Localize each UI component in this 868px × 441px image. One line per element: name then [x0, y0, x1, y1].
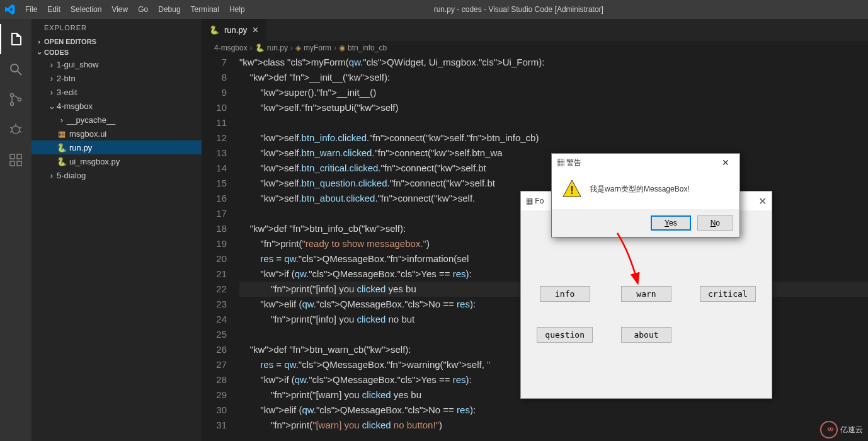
- tab-run-py[interactable]: 🐍 run.py ✕: [202, 19, 267, 41]
- open-editors-label: OPEN EDITORS: [44, 38, 96, 45]
- folder-4-msgbox[interactable]: ⌄4-msgbox: [31, 99, 202, 113]
- python-file-icon: 🐍: [57, 157, 67, 166]
- explorer-sidebar: EXPLORER ›OPEN EDITORS ⌄CODES ›1-gui_sho…: [31, 19, 202, 441]
- breadcrumb-item[interactable]: run.py: [267, 43, 288, 52]
- menu-edit[interactable]: Edit: [42, 5, 66, 14]
- warning-icon: !: [562, 179, 582, 199]
- python-file-icon: 🐍: [209, 25, 219, 35]
- svg-rect-11: [10, 154, 14, 159]
- line-gutter: 7891011121314151617181920212223242526272…: [202, 55, 239, 441]
- svg-point-2: [11, 94, 14, 97]
- vscode-logo-icon: [5, 4, 15, 14]
- svg-text:!: !: [570, 184, 574, 197]
- source-control-icon[interactable]: [0, 84, 31, 115]
- python-file-icon: 🐍: [57, 143, 67, 152]
- tab-label: run.py: [224, 25, 247, 35]
- method-icon: ◉: [339, 43, 345, 52]
- folder-label: 5-dialog: [57, 171, 86, 180]
- msgbox-titlebar[interactable]: ▦ 警告 ✕: [552, 154, 740, 171]
- file-label: msgbox.ui: [69, 129, 106, 139]
- svg-line-1: [18, 71, 21, 75]
- folder-pycache[interactable]: ›__pycache__: [31, 113, 202, 127]
- open-editors-section[interactable]: ›OPEN EDITORS: [31, 37, 202, 47]
- activity-bar: [0, 19, 31, 441]
- folder-label: 3-edit: [57, 88, 77, 97]
- folder-label: 4-msgbox: [57, 101, 93, 111]
- critical-button[interactable]: critical: [700, 286, 756, 302]
- debug-icon[interactable]: [0, 115, 31, 145]
- close-icon[interactable]: ✕: [758, 195, 767, 207]
- explorer-icon[interactable]: [0, 24, 31, 54]
- file-label: ui_msgbox.py: [69, 157, 120, 166]
- tab-bar: 🐍 run.py ✕: [202, 19, 868, 41]
- warn-button[interactable]: warn: [621, 286, 671, 302]
- question-button[interactable]: question: [537, 327, 593, 343]
- yes-label: es: [669, 219, 677, 227]
- menu-view[interactable]: View: [106, 5, 133, 14]
- menu-help[interactable]: Help: [224, 5, 250, 14]
- msgbox-body: ! 我是warn类型的MessageBox!: [552, 171, 740, 209]
- breadcrumb-item[interactable]: myForm: [304, 43, 331, 52]
- watermark-text: 亿速云: [840, 425, 863, 435]
- file-msgbox-ui[interactable]: ▦msgbox.ui: [31, 127, 202, 140]
- menu-go[interactable]: Go: [133, 5, 153, 14]
- chevron-right-icon: ›: [34, 38, 44, 45]
- window-icon: ▦: [557, 158, 564, 167]
- svg-rect-13: [17, 161, 21, 166]
- msgbox-footer: Yes No: [552, 209, 740, 237]
- window-icon: ▦: [526, 197, 533, 205]
- menu-selection[interactable]: Selection: [66, 5, 106, 14]
- chevron-right-icon: ›: [290, 43, 293, 52]
- svg-rect-12: [10, 161, 14, 166]
- no-label: o: [716, 219, 720, 227]
- yes-button[interactable]: Yes: [651, 215, 691, 231]
- svg-rect-14: [17, 154, 21, 159]
- breadcrumb[interactable]: 4-msgbox› 🐍run.py› ◈myForm› ◉btn_info_cb: [202, 41, 868, 55]
- sidebar-title: EXPLORER: [31, 19, 202, 37]
- menu-debug[interactable]: Debug: [153, 5, 185, 14]
- folder-label: __pycache__: [67, 115, 115, 125]
- svg-point-0: [11, 64, 18, 72]
- folder-2-btn[interactable]: ›2-btn: [31, 71, 202, 85]
- file-ui-msgbox-py[interactable]: 🐍ui_msgbox.py: [31, 154, 202, 168]
- chevron-right-icon: ›: [47, 171, 57, 180]
- breadcrumb-item[interactable]: btn_info_cb: [348, 43, 387, 52]
- breadcrumb-item[interactable]: 4-msgbox: [214, 43, 248, 52]
- svg-point-3: [11, 103, 14, 106]
- folder-5-dialog[interactable]: ›5-dialog: [31, 168, 202, 182]
- folder-label: 2-btn: [57, 74, 76, 83]
- chevron-right-icon: ›: [57, 115, 67, 125]
- titlebar: File Edit Selection View Go Debug Termin…: [0, 0, 868, 19]
- file-icon: ▦: [57, 129, 67, 139]
- chevron-right-icon: ›: [334, 43, 336, 52]
- codes-label: CODES: [44, 49, 69, 56]
- form-title: Fo: [535, 197, 544, 205]
- chevron-down-icon: ⌄: [47, 101, 57, 111]
- chevron-right-icon: ›: [47, 74, 57, 83]
- msgbox-text: 我是warn类型的MessageBox!: [590, 184, 690, 195]
- info-button[interactable]: info: [540, 286, 590, 302]
- watermark-icon: ထ: [820, 421, 838, 438]
- close-icon[interactable]: ✕: [252, 25, 259, 35]
- folder-label: 1-gui_show: [57, 60, 99, 69]
- chevron-right-icon: ›: [250, 43, 253, 52]
- no-button[interactable]: No: [697, 215, 733, 231]
- folder-3-edit[interactable]: ›3-edit: [31, 85, 202, 99]
- close-icon[interactable]: ✕: [717, 158, 734, 168]
- menu-file[interactable]: File: [20, 5, 42, 14]
- file-run-py[interactable]: 🐍run.py: [31, 140, 202, 154]
- menu-terminal[interactable]: Terminal: [186, 5, 224, 14]
- msgbox-title: 警告: [566, 158, 581, 167]
- class-icon: ◈: [295, 43, 301, 52]
- folder-1-gui-show[interactable]: ›1-gui_show: [31, 57, 202, 71]
- svg-point-5: [12, 126, 20, 134]
- codes-section[interactable]: ⌄CODES: [31, 47, 202, 57]
- chevron-down-icon: ⌄: [34, 48, 44, 56]
- extensions-icon[interactable]: [0, 145, 31, 175]
- search-icon[interactable]: [0, 54, 31, 84]
- warning-messagebox[interactable]: ▦ 警告 ✕ ! 我是warn类型的MessageBox! Yes No: [551, 153, 740, 238]
- watermark: ထ 亿速云: [820, 421, 863, 438]
- chevron-right-icon: ›: [47, 88, 57, 97]
- chevron-right-icon: ›: [47, 60, 57, 69]
- about-button[interactable]: about: [621, 327, 671, 343]
